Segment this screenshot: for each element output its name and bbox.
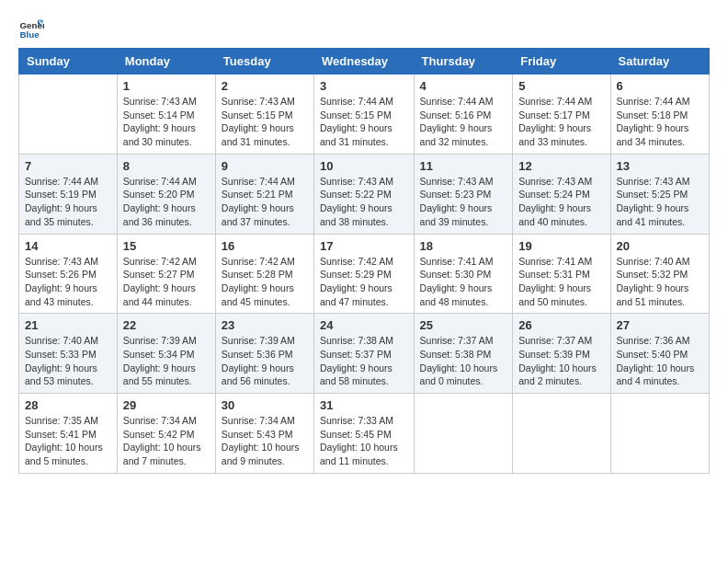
header-day-saturday: Saturday — [610, 49, 709, 75]
day-number: 1 — [123, 79, 210, 93]
day-info: Sunrise: 7:43 AM Sunset: 5:22 PM Dayligh… — [320, 175, 408, 229]
day-number: 26 — [518, 318, 604, 332]
day-number: 7 — [25, 159, 111, 173]
day-info: Sunrise: 7:44 AM Sunset: 5:20 PM Dayligh… — [123, 175, 210, 229]
calendar-week-1: 1Sunrise: 7:43 AM Sunset: 5:14 PM Daylig… — [19, 75, 710, 155]
day-number: 10 — [320, 159, 408, 173]
calendar-cell: 27Sunrise: 7:36 AM Sunset: 5:40 PM Dayli… — [610, 314, 709, 394]
calendar-cell: 14Sunrise: 7:43 AM Sunset: 5:26 PM Dayli… — [19, 234, 118, 314]
header-day-sunday: Sunday — [19, 49, 118, 75]
calendar-cell: 23Sunrise: 7:39 AM Sunset: 5:36 PM Dayli… — [215, 314, 313, 394]
day-info: Sunrise: 7:41 AM Sunset: 5:31 PM Dayligh… — [518, 255, 604, 309]
day-number: 22 — [123, 318, 210, 332]
calendar-cell: 13Sunrise: 7:43 AM Sunset: 5:25 PM Dayli… — [610, 154, 709, 234]
calendar-cell: 19Sunrise: 7:41 AM Sunset: 5:31 PM Dayli… — [513, 234, 610, 314]
day-number: 25 — [420, 318, 507, 332]
calendar-cell: 8Sunrise: 7:44 AM Sunset: 5:20 PM Daylig… — [117, 154, 215, 234]
header-day-monday: Monday — [117, 49, 215, 75]
day-info: Sunrise: 7:37 AM Sunset: 5:39 PM Dayligh… — [518, 334, 604, 388]
calendar-cell: 2Sunrise: 7:43 AM Sunset: 5:15 PM Daylig… — [215, 75, 313, 155]
header-day-tuesday: Tuesday — [215, 49, 313, 75]
header-day-friday: Friday — [513, 49, 610, 75]
calendar-cell: 5Sunrise: 7:44 AM Sunset: 5:17 PM Daylig… — [513, 75, 610, 155]
calendar-cell: 25Sunrise: 7:37 AM Sunset: 5:38 PM Dayli… — [414, 314, 513, 394]
calendar-cell: 24Sunrise: 7:38 AM Sunset: 5:37 PM Dayli… — [314, 314, 415, 394]
calendar: SundayMondayTuesdayWednesdayThursdayFrid… — [18, 48, 710, 474]
calendar-cell — [610, 394, 709, 474]
calendar-cell: 21Sunrise: 7:40 AM Sunset: 5:33 PM Dayli… — [19, 314, 118, 394]
header: General Blue — [18, 15, 710, 40]
day-number: 12 — [518, 159, 604, 173]
calendar-week-5: 28Sunrise: 7:35 AM Sunset: 5:41 PM Dayli… — [19, 394, 710, 474]
day-number: 18 — [420, 239, 507, 253]
day-number: 9 — [222, 159, 308, 173]
calendar-cell: 1Sunrise: 7:43 AM Sunset: 5:14 PM Daylig… — [117, 75, 215, 155]
day-info: Sunrise: 7:44 AM Sunset: 5:16 PM Dayligh… — [420, 95, 507, 149]
day-info: Sunrise: 7:42 AM Sunset: 5:28 PM Dayligh… — [222, 255, 308, 309]
day-number: 13 — [617, 159, 703, 173]
header-day-wednesday: Wednesday — [314, 49, 415, 75]
calendar-cell: 15Sunrise: 7:42 AM Sunset: 5:27 PM Dayli… — [117, 234, 215, 314]
calendar-cell: 26Sunrise: 7:37 AM Sunset: 5:39 PM Dayli… — [513, 314, 610, 394]
day-number: 19 — [518, 239, 604, 253]
day-number: 31 — [320, 398, 408, 412]
calendar-week-3: 14Sunrise: 7:43 AM Sunset: 5:26 PM Dayli… — [19, 234, 710, 314]
day-info: Sunrise: 7:38 AM Sunset: 5:37 PM Dayligh… — [320, 334, 408, 388]
day-number: 3 — [320, 79, 408, 93]
calendar-cell: 16Sunrise: 7:42 AM Sunset: 5:28 PM Dayli… — [215, 234, 313, 314]
day-number: 2 — [222, 79, 308, 93]
day-info: Sunrise: 7:44 AM Sunset: 5:19 PM Dayligh… — [25, 175, 111, 229]
day-number: 17 — [320, 239, 408, 253]
calendar-cell: 7Sunrise: 7:44 AM Sunset: 5:19 PM Daylig… — [19, 154, 118, 234]
day-info: Sunrise: 7:40 AM Sunset: 5:33 PM Dayligh… — [25, 334, 111, 388]
logo-icon: General Blue — [18, 15, 44, 40]
calendar-header-row: SundayMondayTuesdayWednesdayThursdayFrid… — [19, 49, 710, 75]
day-number: 4 — [420, 79, 507, 93]
calendar-cell: 17Sunrise: 7:42 AM Sunset: 5:29 PM Dayli… — [314, 234, 415, 314]
day-info: Sunrise: 7:36 AM Sunset: 5:40 PM Dayligh… — [617, 334, 703, 388]
day-info: Sunrise: 7:42 AM Sunset: 5:27 PM Dayligh… — [123, 255, 210, 309]
day-number: 8 — [123, 159, 210, 173]
calendar-cell: 9Sunrise: 7:44 AM Sunset: 5:21 PM Daylig… — [215, 154, 313, 234]
day-info: Sunrise: 7:37 AM Sunset: 5:38 PM Dayligh… — [420, 334, 507, 388]
calendar-cell: 22Sunrise: 7:39 AM Sunset: 5:34 PM Dayli… — [117, 314, 215, 394]
calendar-week-2: 7Sunrise: 7:44 AM Sunset: 5:19 PM Daylig… — [19, 154, 710, 234]
day-info: Sunrise: 7:35 AM Sunset: 5:41 PM Dayligh… — [25, 414, 111, 468]
calendar-cell: 11Sunrise: 7:43 AM Sunset: 5:23 PM Dayli… — [414, 154, 513, 234]
day-info: Sunrise: 7:42 AM Sunset: 5:29 PM Dayligh… — [320, 255, 408, 309]
day-info: Sunrise: 7:43 AM Sunset: 5:15 PM Dayligh… — [222, 95, 308, 149]
day-number: 30 — [222, 398, 308, 412]
header-day-thursday: Thursday — [414, 49, 513, 75]
day-info: Sunrise: 7:43 AM Sunset: 5:26 PM Dayligh… — [25, 255, 111, 309]
calendar-cell: 18Sunrise: 7:41 AM Sunset: 5:30 PM Dayli… — [414, 234, 513, 314]
calendar-cell: 3Sunrise: 7:44 AM Sunset: 5:15 PM Daylig… — [314, 75, 415, 155]
day-number: 21 — [25, 318, 111, 332]
day-info: Sunrise: 7:34 AM Sunset: 5:42 PM Dayligh… — [123, 414, 210, 468]
day-info: Sunrise: 7:39 AM Sunset: 5:34 PM Dayligh… — [123, 334, 210, 388]
calendar-cell: 6Sunrise: 7:44 AM Sunset: 5:18 PM Daylig… — [610, 75, 709, 155]
calendar-cell: 12Sunrise: 7:43 AM Sunset: 5:24 PM Dayli… — [513, 154, 610, 234]
calendar-cell: 4Sunrise: 7:44 AM Sunset: 5:16 PM Daylig… — [414, 75, 513, 155]
day-info: Sunrise: 7:44 AM Sunset: 5:17 PM Dayligh… — [518, 95, 604, 149]
day-number: 11 — [420, 159, 507, 173]
day-info: Sunrise: 7:39 AM Sunset: 5:36 PM Dayligh… — [222, 334, 308, 388]
day-info: Sunrise: 7:41 AM Sunset: 5:30 PM Dayligh… — [420, 255, 507, 309]
day-info: Sunrise: 7:44 AM Sunset: 5:15 PM Dayligh… — [320, 95, 408, 149]
calendar-cell — [19, 75, 118, 155]
day-number: 27 — [617, 318, 703, 332]
calendar-cell — [414, 394, 513, 474]
day-number: 15 — [123, 239, 210, 253]
calendar-cell: 20Sunrise: 7:40 AM Sunset: 5:32 PM Dayli… — [610, 234, 709, 314]
logo: General Blue — [18, 15, 44, 40]
day-info: Sunrise: 7:40 AM Sunset: 5:32 PM Dayligh… — [617, 255, 703, 309]
day-info: Sunrise: 7:33 AM Sunset: 5:45 PM Dayligh… — [320, 414, 408, 468]
calendar-cell: 28Sunrise: 7:35 AM Sunset: 5:41 PM Dayli… — [19, 394, 118, 474]
day-number: 6 — [617, 79, 703, 93]
calendar-cell — [513, 394, 610, 474]
calendar-cell: 31Sunrise: 7:33 AM Sunset: 5:45 PM Dayli… — [314, 394, 415, 474]
day-number: 16 — [222, 239, 308, 253]
calendar-cell: 30Sunrise: 7:34 AM Sunset: 5:43 PM Dayli… — [215, 394, 313, 474]
day-number: 29 — [123, 398, 210, 412]
day-number: 28 — [25, 398, 111, 412]
day-number: 20 — [617, 239, 703, 253]
